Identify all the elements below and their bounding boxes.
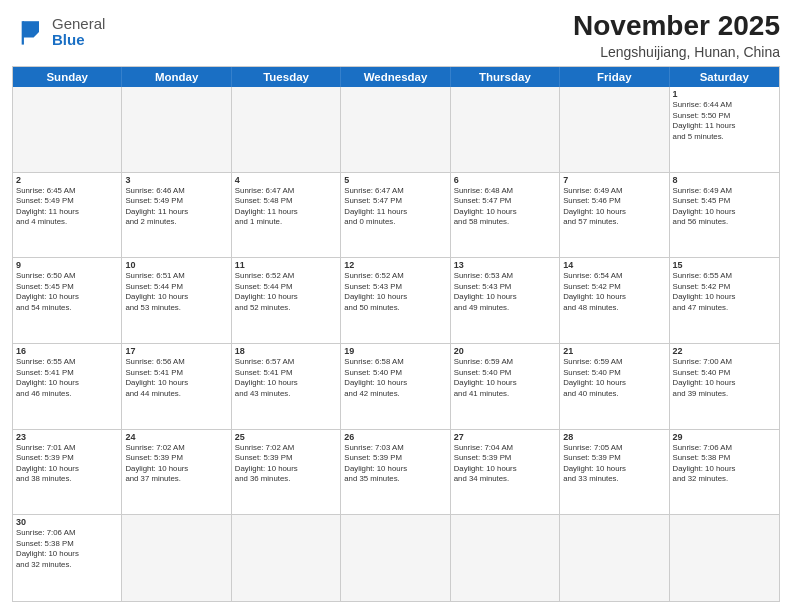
day-number: 2	[16, 175, 118, 185]
week-row-1: 1Sunrise: 6:44 AM Sunset: 5:50 PM Daylig…	[13, 87, 779, 173]
day-info: Sunrise: 7:06 AM Sunset: 5:38 PM Dayligh…	[16, 528, 118, 570]
day-cell-0-5	[560, 87, 669, 172]
day-number: 27	[454, 432, 556, 442]
day-cell-5-3	[341, 515, 450, 601]
day-info: Sunrise: 6:49 AM Sunset: 5:45 PM Dayligh…	[673, 186, 776, 228]
title-block: November 2025 Lengshuijiang, Hunan, Chin…	[573, 10, 780, 60]
header-monday: Monday	[122, 67, 231, 87]
logo-text: General Blue	[52, 16, 105, 49]
day-info: Sunrise: 6:47 AM Sunset: 5:48 PM Dayligh…	[235, 186, 337, 228]
day-cell-2-3: 12Sunrise: 6:52 AM Sunset: 5:43 PM Dayli…	[341, 258, 450, 343]
day-number: 11	[235, 260, 337, 270]
day-number: 15	[673, 260, 776, 270]
header: General Blue November 2025 Lengshuijiang…	[12, 10, 780, 60]
day-cell-4-4: 27Sunrise: 7:04 AM Sunset: 5:39 PM Dayli…	[451, 430, 560, 515]
day-cell-3-1: 17Sunrise: 6:56 AM Sunset: 5:41 PM Dayli…	[122, 344, 231, 429]
day-cell-3-2: 18Sunrise: 6:57 AM Sunset: 5:41 PM Dayli…	[232, 344, 341, 429]
day-number: 16	[16, 346, 118, 356]
day-cell-0-3	[341, 87, 450, 172]
month-year: November 2025	[573, 10, 780, 42]
week-row-4: 16Sunrise: 6:55 AM Sunset: 5:41 PM Dayli…	[13, 344, 779, 430]
day-cell-2-2: 11Sunrise: 6:52 AM Sunset: 5:44 PM Dayli…	[232, 258, 341, 343]
day-info: Sunrise: 6:47 AM Sunset: 5:47 PM Dayligh…	[344, 186, 446, 228]
page: General Blue November 2025 Lengshuijiang…	[0, 0, 792, 612]
week-row-6: 30Sunrise: 7:06 AM Sunset: 5:38 PM Dayli…	[13, 515, 779, 601]
day-info: Sunrise: 6:51 AM Sunset: 5:44 PM Dayligh…	[125, 271, 227, 313]
day-info: Sunrise: 6:50 AM Sunset: 5:45 PM Dayligh…	[16, 271, 118, 313]
day-cell-0-0	[13, 87, 122, 172]
day-number: 22	[673, 346, 776, 356]
day-cell-4-1: 24Sunrise: 7:02 AM Sunset: 5:39 PM Dayli…	[122, 430, 231, 515]
day-number: 3	[125, 175, 227, 185]
day-headers: Sunday Monday Tuesday Wednesday Thursday…	[13, 67, 779, 87]
day-number: 13	[454, 260, 556, 270]
calendar-grid: 1Sunrise: 6:44 AM Sunset: 5:50 PM Daylig…	[13, 87, 779, 601]
day-info: Sunrise: 7:03 AM Sunset: 5:39 PM Dayligh…	[344, 443, 446, 485]
day-cell-1-3: 5Sunrise: 6:47 AM Sunset: 5:47 PM Daylig…	[341, 173, 450, 258]
day-number: 5	[344, 175, 446, 185]
day-info: Sunrise: 6:48 AM Sunset: 5:47 PM Dayligh…	[454, 186, 556, 228]
day-cell-5-1	[122, 515, 231, 601]
day-number: 1	[673, 89, 776, 99]
day-cell-3-3: 19Sunrise: 6:58 AM Sunset: 5:40 PM Dayli…	[341, 344, 450, 429]
day-number: 17	[125, 346, 227, 356]
day-number: 18	[235, 346, 337, 356]
day-cell-2-5: 14Sunrise: 6:54 AM Sunset: 5:42 PM Dayli…	[560, 258, 669, 343]
day-info: Sunrise: 7:01 AM Sunset: 5:39 PM Dayligh…	[16, 443, 118, 485]
day-cell-3-4: 20Sunrise: 6:59 AM Sunset: 5:40 PM Dayli…	[451, 344, 560, 429]
day-info: Sunrise: 6:53 AM Sunset: 5:43 PM Dayligh…	[454, 271, 556, 313]
day-cell-3-0: 16Sunrise: 6:55 AM Sunset: 5:41 PM Dayli…	[13, 344, 122, 429]
day-cell-2-1: 10Sunrise: 6:51 AM Sunset: 5:44 PM Dayli…	[122, 258, 231, 343]
day-cell-1-0: 2Sunrise: 6:45 AM Sunset: 5:49 PM Daylig…	[13, 173, 122, 258]
day-number: 25	[235, 432, 337, 442]
day-cell-1-2: 4Sunrise: 6:47 AM Sunset: 5:48 PM Daylig…	[232, 173, 341, 258]
day-cell-5-4	[451, 515, 560, 601]
day-number: 6	[454, 175, 556, 185]
day-cell-0-1	[122, 87, 231, 172]
day-info: Sunrise: 6:59 AM Sunset: 5:40 PM Dayligh…	[563, 357, 665, 399]
day-cell-4-5: 28Sunrise: 7:05 AM Sunset: 5:39 PM Dayli…	[560, 430, 669, 515]
week-row-3: 9Sunrise: 6:50 AM Sunset: 5:45 PM Daylig…	[13, 258, 779, 344]
day-info: Sunrise: 6:59 AM Sunset: 5:40 PM Dayligh…	[454, 357, 556, 399]
calendar: Sunday Monday Tuesday Wednesday Thursday…	[12, 66, 780, 602]
logo-icon	[12, 14, 48, 50]
day-info: Sunrise: 7:06 AM Sunset: 5:38 PM Dayligh…	[673, 443, 776, 485]
svg-marker-1	[23, 21, 39, 32]
day-cell-0-6: 1Sunrise: 6:44 AM Sunset: 5:50 PM Daylig…	[670, 87, 779, 172]
day-number: 12	[344, 260, 446, 270]
day-cell-3-5: 21Sunrise: 6:59 AM Sunset: 5:40 PM Dayli…	[560, 344, 669, 429]
day-number: 21	[563, 346, 665, 356]
header-wednesday: Wednesday	[341, 67, 450, 87]
day-cell-0-2	[232, 87, 341, 172]
day-info: Sunrise: 6:52 AM Sunset: 5:44 PM Dayligh…	[235, 271, 337, 313]
day-info: Sunrise: 6:52 AM Sunset: 5:43 PM Dayligh…	[344, 271, 446, 313]
day-cell-2-6: 15Sunrise: 6:55 AM Sunset: 5:42 PM Dayli…	[670, 258, 779, 343]
week-row-5: 23Sunrise: 7:01 AM Sunset: 5:39 PM Dayli…	[13, 430, 779, 516]
day-cell-0-4	[451, 87, 560, 172]
day-cell-5-6	[670, 515, 779, 601]
day-info: Sunrise: 7:00 AM Sunset: 5:40 PM Dayligh…	[673, 357, 776, 399]
day-info: Sunrise: 6:44 AM Sunset: 5:50 PM Dayligh…	[673, 100, 776, 142]
header-tuesday: Tuesday	[232, 67, 341, 87]
day-info: Sunrise: 6:54 AM Sunset: 5:42 PM Dayligh…	[563, 271, 665, 313]
day-cell-2-0: 9Sunrise: 6:50 AM Sunset: 5:45 PM Daylig…	[13, 258, 122, 343]
day-cell-4-3: 26Sunrise: 7:03 AM Sunset: 5:39 PM Dayli…	[341, 430, 450, 515]
header-thursday: Thursday	[451, 67, 560, 87]
day-info: Sunrise: 6:56 AM Sunset: 5:41 PM Dayligh…	[125, 357, 227, 399]
day-cell-4-6: 29Sunrise: 7:06 AM Sunset: 5:38 PM Dayli…	[670, 430, 779, 515]
day-cell-4-2: 25Sunrise: 7:02 AM Sunset: 5:39 PM Dayli…	[232, 430, 341, 515]
day-cell-5-5	[560, 515, 669, 601]
day-number: 4	[235, 175, 337, 185]
day-cell-1-4: 6Sunrise: 6:48 AM Sunset: 5:47 PM Daylig…	[451, 173, 560, 258]
day-cell-3-6: 22Sunrise: 7:00 AM Sunset: 5:40 PM Dayli…	[670, 344, 779, 429]
day-number: 23	[16, 432, 118, 442]
logo-general: General	[52, 16, 105, 33]
day-number: 10	[125, 260, 227, 270]
day-cell-2-4: 13Sunrise: 6:53 AM Sunset: 5:43 PM Dayli…	[451, 258, 560, 343]
day-number: 9	[16, 260, 118, 270]
day-info: Sunrise: 6:46 AM Sunset: 5:49 PM Dayligh…	[125, 186, 227, 228]
day-info: Sunrise: 7:02 AM Sunset: 5:39 PM Dayligh…	[125, 443, 227, 485]
day-number: 24	[125, 432, 227, 442]
day-cell-4-0: 23Sunrise: 7:01 AM Sunset: 5:39 PM Dayli…	[13, 430, 122, 515]
day-number: 8	[673, 175, 776, 185]
